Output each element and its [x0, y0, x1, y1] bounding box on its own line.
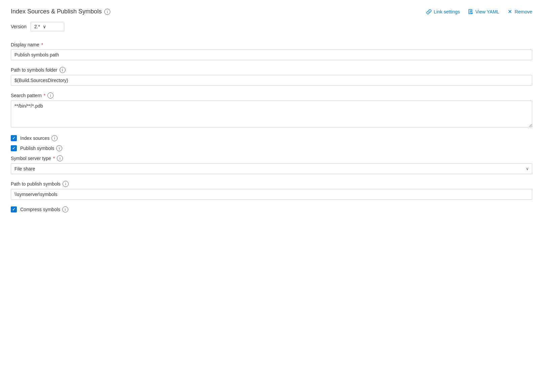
index-sources-label-row: Index sources i	[20, 135, 58, 141]
search-pattern-input[interactable]: **/bin/**/*.pdb	[11, 101, 532, 127]
remove-label: Remove	[515, 9, 532, 14]
link-settings-icon	[426, 9, 432, 14]
index-sources-info-icon[interactable]: i	[51, 135, 58, 141]
compress-symbols-checkbox[interactable]: ✓	[11, 206, 17, 212]
publish-symbols-check-icon: ✓	[12, 146, 15, 150]
display-name-required: *	[41, 42, 43, 47]
index-sources-label: Index sources	[20, 135, 49, 141]
search-pattern-label-row: Search pattern * i	[11, 92, 532, 99]
version-select[interactable]: 2.* ∨	[31, 22, 64, 31]
compress-symbols-label: Compress symbols	[20, 207, 60, 212]
index-sources-row: ✓ Index sources i	[11, 135, 532, 141]
path-publish-symbols-input[interactable]	[11, 189, 532, 200]
symbol-server-type-required: *	[53, 156, 55, 161]
path-symbols-folder-label-row: Path to symbols folder i	[11, 67, 532, 73]
search-pattern-group: Search pattern * i **/bin/**/*.pdb	[11, 92, 532, 128]
path-symbols-folder-label: Path to symbols folder	[11, 67, 58, 73]
path-symbols-folder-info-icon[interactable]: i	[60, 67, 66, 73]
compress-symbols-row: ✓ Compress symbols i	[11, 206, 532, 212]
publish-symbols-info-icon[interactable]: i	[56, 145, 62, 151]
remove-button[interactable]: ✕ Remove	[507, 9, 532, 14]
version-chevron-icon: ∨	[43, 24, 46, 29]
path-publish-symbols-label-row: Path to publish symbols i	[11, 181, 532, 187]
publish-symbols-label-row: Publish symbols i	[20, 145, 62, 151]
symbol-server-type-label: Symbol server type	[11, 156, 51, 161]
version-row: Version 2.* ∨	[11, 22, 532, 31]
page-title: Index Sources & Publish Symbols	[11, 8, 102, 15]
display-name-input[interactable]	[11, 49, 532, 60]
index-sources-check-icon: ✓	[12, 136, 15, 140]
header-actions: Link settings View YAML ✕ Remove	[426, 9, 532, 14]
header-left: Index Sources & Publish Symbols i	[11, 8, 110, 15]
link-settings-button[interactable]: Link settings	[426, 9, 460, 14]
index-sources-checkbox[interactable]: ✓	[11, 135, 17, 141]
link-settings-label: Link settings	[434, 9, 460, 14]
title-info-icon[interactable]: i	[104, 9, 110, 15]
search-pattern-required: *	[44, 93, 45, 98]
page-header: Index Sources & Publish Symbols i Link s…	[11, 8, 532, 15]
symbol-server-type-label-row: Symbol server type * i	[11, 155, 532, 161]
compress-symbols-info-icon[interactable]: i	[62, 206, 68, 212]
view-yaml-button[interactable]: View YAML	[468, 9, 499, 14]
version-value: 2.*	[34, 24, 40, 29]
search-pattern-info-icon[interactable]: i	[47, 92, 53, 99]
publish-symbols-row: ✓ Publish symbols i	[11, 145, 532, 151]
path-publish-symbols-label: Path to publish symbols	[11, 181, 61, 187]
publish-symbols-label: Publish symbols	[20, 146, 54, 151]
compress-symbols-label-row: Compress symbols i	[20, 206, 68, 212]
symbol-server-type-select[interactable]: File share Azure Artifacts	[11, 163, 532, 174]
path-symbols-folder-group: Path to symbols folder i	[11, 67, 532, 86]
remove-icon: ✕	[507, 9, 513, 14]
version-label: Version	[11, 24, 27, 29]
path-publish-symbols-info-icon[interactable]: i	[63, 181, 69, 187]
display-name-group: Display name *	[11, 42, 532, 60]
symbol-server-type-info-icon[interactable]: i	[57, 155, 63, 161]
symbol-server-type-select-wrapper: File share Azure Artifacts ∨	[11, 163, 532, 174]
view-yaml-label: View YAML	[475, 9, 499, 14]
path-publish-symbols-group: Path to publish symbols i	[11, 181, 532, 200]
display-name-label: Display name	[11, 42, 39, 47]
path-symbols-folder-input[interactable]	[11, 75, 532, 86]
publish-symbols-checkbox[interactable]: ✓	[11, 145, 17, 151]
symbol-server-type-group: Symbol server type * i File share Azure …	[11, 155, 532, 174]
search-pattern-label: Search pattern	[11, 93, 42, 98]
view-yaml-icon	[468, 9, 473, 14]
compress-symbols-check-icon: ✓	[12, 207, 15, 211]
display-name-label-row: Display name *	[11, 42, 532, 47]
